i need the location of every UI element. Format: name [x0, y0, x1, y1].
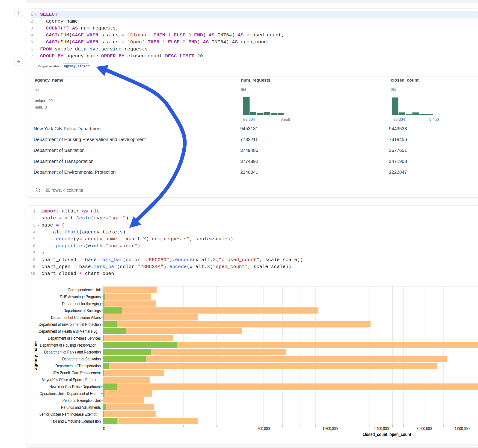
svg-text:Department for the Aging: Department for the Aging: [62, 301, 101, 306]
svg-text:Correspondence Unit: Correspondence Unit: [68, 288, 101, 292]
svg-text:Department of Housing Preserva: Department of Housing Preservation …: [40, 343, 101, 348]
svg-text:Department of Sanitation: Department of Sanitation: [62, 357, 101, 361]
svg-text:Operations Unit - Department o: Operations Unit - Department of Hom…: [39, 391, 101, 396]
svg-text:Department of Environmental Pr: Department of Environmental Protection: [39, 322, 101, 327]
svg-text:Department of Consumer Affairs: Department of Consumer Affairs: [51, 315, 101, 320]
svg-text:4,000,000: 4,000,000: [454, 426, 470, 431]
svg-text:800,000: 800,000: [258, 426, 270, 431]
svg-text:2,400,000: 2,400,000: [374, 426, 389, 431]
svg-text:Refunds and Adjustments: Refunds and Adjustments: [61, 405, 101, 410]
svg-text:DHS Advantage Programs: DHS Advantage Programs: [60, 294, 101, 299]
svg-text:0: 0: [103, 426, 105, 431]
svg-text:Department of Homeless Service: Department of Homeless Services: [48, 336, 101, 341]
svg-text:Mayorâ€ s Office of Special En: Mayorâ€ s Office of Special Enforce…: [42, 378, 101, 382]
svg-text:1,600,000: 1,600,000: [323, 426, 338, 431]
svg-text:Department of Buildings: Department of Buildings: [64, 308, 101, 313]
svg-text:Department of Parks and Recrea: Department of Parks and Recreation: [44, 350, 101, 355]
svg-text:Senior Citizen Rent Increase E: Senior Citizen Rent Increase Exempti…: [39, 412, 101, 417]
svg-text:Department of Transportation: Department of Transportation: [55, 364, 101, 368]
svg-text:closed_count, open_count: closed_count, open_count: [363, 432, 411, 437]
svg-text:Taxi and Limousine Commission: Taxi and Limousine Commission: [51, 419, 101, 423]
svg-text:Department of Health and Menta: Department of Health and Mental Hyg…: [39, 329, 101, 334]
svg-text:Personal Exemption Unit: Personal Exemption Unit: [63, 398, 101, 403]
svg-text:agency_name: agency_name: [33, 341, 38, 370]
svg-text:New York City Police Departmen: New York City Police Department: [49, 384, 101, 389]
svg-text:3,200,000: 3,200,000: [417, 426, 432, 431]
svg-text:HRA Benefit Card Replacement: HRA Benefit Card Replacement: [52, 371, 101, 375]
